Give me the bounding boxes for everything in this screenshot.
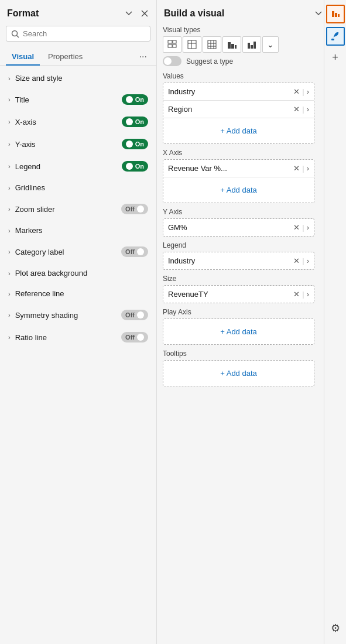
chevron-icon: ›: [8, 270, 11, 277]
add-tooltips-btn[interactable]: + Add data: [168, 365, 309, 382]
tab-properties[interactable]: Properties: [42, 49, 88, 66]
values-field-box: Industry ✕ | › Region ✕ | ›: [163, 83, 314, 144]
remove-gm-pct-btn[interactable]: ✕: [293, 223, 300, 232]
remove-industry-legend-btn[interactable]: ✕: [293, 256, 300, 265]
search-box[interactable]: [6, 26, 150, 42]
toggle-y-axis[interactable]: On: [122, 139, 148, 149]
menu-item-ratio-line[interactable]: › Ratio line Off: [0, 326, 156, 348]
menu-item-category-label[interactable]: › Category label Off: [0, 241, 156, 263]
svg-rect-26: [338, 14, 340, 17]
menu-item-markers[interactable]: › Markers: [0, 220, 156, 241]
expand-industry-btn[interactable]: ›: [307, 87, 309, 96]
svg-rect-13: [208, 40, 216, 49]
menu-label-y-axis: Y-axis: [15, 140, 36, 149]
field-actions-region: ✕ | ›: [293, 105, 309, 114]
svg-rect-24: [332, 11, 334, 17]
expand-revenue-ty-btn[interactable]: ›: [307, 290, 309, 299]
matrix-icon: [207, 39, 217, 50]
field-name-revenue-ty: RevenueTY: [168, 290, 293, 299]
toggle-ratio-line[interactable]: Off: [121, 332, 148, 342]
vt-table-btn[interactable]: [183, 36, 201, 53]
field-industry-legend: Industry ✕ | ›: [163, 252, 314, 269]
menu-item-symmetry-shading[interactable]: › Symmetry shading Off: [0, 304, 156, 326]
svg-rect-19: [231, 44, 234, 49]
vt-matrix-btn[interactable]: [203, 36, 221, 53]
toggle-zoom-slider[interactable]: Off: [121, 204, 148, 214]
paint-brush-tool-btn[interactable]: [326, 27, 345, 46]
field-actions-revenue-ty: ✕ | ›: [293, 290, 309, 299]
chevron-icon: ›: [8, 227, 11, 234]
expand-industry-legend-btn[interactable]: ›: [307, 256, 309, 265]
add-x-axis-btn[interactable]: + Add data: [168, 181, 309, 198]
add-values-row[interactable]: + Add data: [163, 118, 314, 143]
menu-item-legend[interactable]: › Legend On: [0, 155, 156, 177]
expand-revenue-var-btn[interactable]: ›: [307, 164, 309, 173]
add-values-btn[interactable]: + Add data: [168, 122, 309, 139]
field-actions-industry-legend: ✕ | ›: [293, 256, 309, 265]
field-region: Region ✕ | ›: [163, 101, 314, 118]
svg-rect-20: [235, 45, 237, 49]
menu-label-size-style: Size and style: [15, 74, 63, 83]
menu-item-x-axis[interactable]: › X-axis On: [0, 111, 156, 133]
search-input[interactable]: [23, 29, 145, 38]
svg-rect-25: [335, 13, 337, 17]
collapse-build-button[interactable]: [313, 8, 324, 19]
section-x-axis: X Axis Revenue Var %... ✕ | › + Add data: [163, 149, 314, 203]
bar-chart-tool-btn[interactable]: [326, 5, 345, 23]
section-size-label: Size: [163, 275, 314, 283]
search-icon: [11, 30, 19, 38]
add-play-axis-btn[interactable]: + Add data: [168, 323, 309, 340]
toggle-symmetry-shading[interactable]: Off: [121, 310, 148, 320]
add-tool-btn[interactable]: +: [332, 52, 338, 64]
add-x-axis-row[interactable]: + Add data: [163, 177, 314, 203]
sep: |: [302, 87, 304, 96]
section-x-axis-label: X Axis: [163, 149, 314, 157]
remove-revenue-ty-btn[interactable]: ✕: [293, 290, 300, 299]
tab-more-button[interactable]: ···: [136, 49, 150, 64]
menu-item-zoom-slider[interactable]: › Zoom slider Off: [0, 198, 156, 220]
field-actions-gm-pct: ✕ | ›: [293, 223, 309, 232]
close-button[interactable]: [140, 9, 149, 18]
add-tooltips-row[interactable]: + Add data: [163, 361, 314, 386]
remove-industry-btn[interactable]: ✕: [293, 87, 300, 96]
menu-item-y-axis[interactable]: › Y-axis On: [0, 133, 156, 155]
expand-region-btn[interactable]: ›: [307, 105, 309, 114]
settings-gear-btn[interactable]: ⚙: [331, 622, 340, 635]
section-y-axis: Y Axis GM% ✕ | ›: [163, 208, 314, 237]
remove-region-btn[interactable]: ✕: [293, 105, 300, 114]
chevron-icon: ›: [8, 334, 11, 341]
menu-item-size-style[interactable]: › Size and style: [0, 68, 156, 88]
menu-item-plot-area-bg[interactable]: › Plot area background: [0, 263, 156, 283]
toggle-legend[interactable]: On: [122, 161, 148, 172]
menu-label-ratio-line: Ratio line: [15, 333, 47, 342]
collapse-button[interactable]: [124, 8, 134, 19]
expand-gm-pct-btn[interactable]: ›: [307, 223, 309, 232]
vt-more-btn[interactable]: ⌄: [262, 36, 279, 53]
toggle-title[interactable]: On: [122, 94, 148, 105]
remove-revenue-var-btn[interactable]: ✕: [293, 164, 300, 173]
tab-visual[interactable]: Visual: [6, 49, 40, 66]
menu-label-plot-area-bg: Plot area background: [15, 269, 88, 278]
section-legend-label: Legend: [163, 241, 314, 249]
x-axis-field-box: Revenue Var %... ✕ | › + Add data: [163, 159, 314, 203]
format-menu-list: › Size and style › Title On › X-axis On …: [0, 66, 156, 644]
add-play-axis-row[interactable]: + Add data: [163, 319, 314, 344]
menu-item-title[interactable]: › Title On: [0, 88, 156, 111]
suggest-toggle[interactable]: [163, 56, 181, 66]
menu-label-zoom-slider: Zoom slider: [15, 205, 55, 214]
column-chart-icon: [246, 39, 257, 50]
field-name-gm-pct: GM%: [168, 223, 293, 232]
menu-item-gridlines[interactable]: › Gridlines: [0, 177, 156, 198]
vt-scatter-btn[interactable]: [163, 36, 181, 53]
chevron-down-icon: [125, 9, 133, 18]
svg-rect-18: [228, 42, 231, 49]
format-title: Format: [7, 8, 39, 19]
chevron-icon: ›: [8, 184, 11, 191]
vt-column-btn[interactable]: [242, 36, 261, 53]
menu-label-category-label: Category label: [15, 248, 64, 256]
toggle-x-axis[interactable]: On: [122, 117, 148, 127]
menu-item-reference-line[interactable]: › Reference line: [0, 283, 156, 304]
toggle-category-label[interactable]: Off: [121, 246, 148, 257]
side-toolbar: + ⚙: [324, 0, 346, 644]
vt-bar-btn[interactable]: [222, 36, 241, 53]
